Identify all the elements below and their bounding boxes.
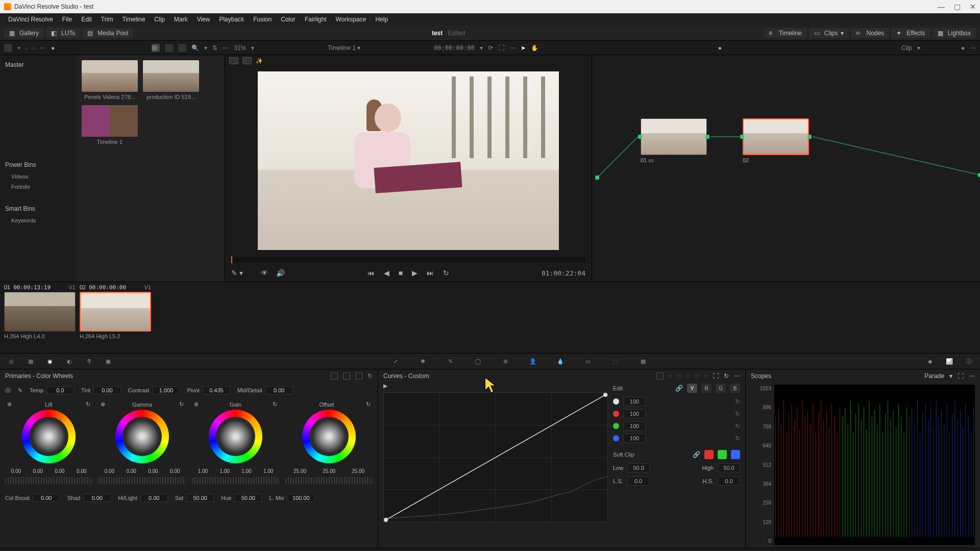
log-mode-icon[interactable] xyxy=(355,372,362,380)
gain-b[interactable]: 1.00 xyxy=(263,468,273,474)
last-frame-icon[interactable]: ⏭ xyxy=(427,269,434,277)
lift-b[interactable]: 0.00 xyxy=(77,468,86,474)
chevron-down-icon[interactable]: ▾ xyxy=(204,44,207,52)
menu-help[interactable]: Help xyxy=(371,15,392,24)
lift-master[interactable] xyxy=(5,477,92,484)
menu-edit[interactable]: Edit xyxy=(77,15,96,24)
loop-icon[interactable]: ↻ xyxy=(443,269,449,277)
shad-value[interactable]: 0.00 xyxy=(83,494,111,502)
plus-icon[interactable]: ⊕ xyxy=(7,401,12,408)
menu-clip[interactable]: Clip xyxy=(150,15,169,24)
nodes-panel[interactable]: 01 ▭ 02 xyxy=(592,55,980,282)
primaries-icon[interactable]: ◉ xyxy=(43,355,57,367)
sort-icon[interactable]: ⇅ xyxy=(212,44,217,52)
play-icon[interactable]: ▶ xyxy=(412,269,418,277)
curves-hs-icon[interactable]: ○ xyxy=(677,372,681,380)
softclip-b-button[interactable] xyxy=(731,450,740,459)
reset-icon[interactable]: ↻ xyxy=(735,435,740,442)
media-clip[interactable]: production ID 519... xyxy=(143,60,199,100)
nav-next-icon[interactable]: › xyxy=(33,44,35,52)
timecode-display[interactable]: 00:00:00:00 xyxy=(434,44,474,52)
zoom-level[interactable]: 31% xyxy=(234,44,246,52)
plus-icon[interactable]: ⊕ xyxy=(194,401,199,408)
channel-r-button[interactable]: R xyxy=(701,384,712,393)
gain-r[interactable]: 1.00 xyxy=(219,468,229,474)
search-icon[interactable]: 🔍 xyxy=(191,44,199,52)
lmix-value[interactable]: 100.00 xyxy=(287,494,315,502)
curves-icon[interactable]: ⟋ xyxy=(388,355,402,367)
rgb-mixer-icon[interactable]: ⚗ xyxy=(82,355,96,367)
offset-g[interactable]: 25.00 xyxy=(323,468,335,474)
dot-icon[interactable]: ● xyxy=(718,44,722,52)
info-icon[interactable]: ⓘ xyxy=(962,355,976,367)
hilight-value[interactable]: 0.00 xyxy=(140,494,168,502)
timeline-name[interactable]: Timeline 1 xyxy=(328,44,356,52)
media-timeline[interactable]: Timeline 1 xyxy=(82,105,138,145)
bars-mode-icon[interactable] xyxy=(343,372,350,380)
reset-icon[interactable]: ↻ xyxy=(735,410,740,417)
menu-workspace[interactable]: Workspace xyxy=(332,15,371,24)
more-icon[interactable]: ⋯ xyxy=(223,44,229,52)
tracker-icon[interactable]: ⊕ xyxy=(498,355,512,367)
list-view-icon[interactable] xyxy=(178,44,186,52)
first-frame-icon[interactable]: ⏮ xyxy=(368,269,375,277)
channel-b-button[interactable]: B xyxy=(730,384,740,393)
blur-icon[interactable]: 💧 xyxy=(553,355,568,367)
viewer-scrubber[interactable] xyxy=(231,257,585,262)
hue-value[interactable]: 50.00 xyxy=(234,494,262,502)
split-screen-icon[interactable] xyxy=(242,57,252,64)
more-icon[interactable]: ⋯ xyxy=(40,44,46,52)
more-icon[interactable]: ⋯ xyxy=(509,44,516,52)
offset-master[interactable] xyxy=(285,477,373,484)
mediapool-button[interactable]: ▤ Media Pool xyxy=(82,28,133,38)
menu-file[interactable]: File xyxy=(58,15,76,24)
menu-timeline[interactable]: Timeline xyxy=(118,15,149,24)
color-checker-icon[interactable]: ▦ xyxy=(23,355,38,367)
minimize-icon[interactable]: — xyxy=(938,3,945,11)
menu-fairlight[interactable]: Fairlight xyxy=(301,15,331,24)
offset-r[interactable]: 25.00 xyxy=(293,468,306,474)
lift-g[interactable]: 0.00 xyxy=(55,468,64,474)
more-icon[interactable]: ⋯ xyxy=(969,372,975,380)
keyframes-icon[interactable]: ◆ xyxy=(923,355,937,367)
plus-icon[interactable]: ⊕ xyxy=(101,401,105,408)
expand-icon[interactable]: ⛶ xyxy=(713,372,719,380)
middetail-value[interactable]: 0.00 xyxy=(265,386,293,394)
bin-view-icon[interactable] xyxy=(4,44,12,52)
lift-r[interactable]: 0.00 xyxy=(33,468,42,474)
timeline-button[interactable]: ≡ Timeline xyxy=(764,28,807,38)
node-input-port[interactable] xyxy=(740,135,744,139)
expand-icon[interactable]: ⛶ xyxy=(958,372,964,380)
sc-ls-value[interactable]: 0.0 xyxy=(627,477,650,486)
reset-icon[interactable]: ↻ xyxy=(366,401,371,408)
menu-mark[interactable]: Mark xyxy=(170,15,192,24)
node-output-port[interactable] xyxy=(705,135,709,139)
tint-value[interactable]: 0.00 xyxy=(93,386,121,394)
menu-fusion[interactable]: Fusion xyxy=(249,15,276,24)
picker-icon[interactable]: ✎ ▾ xyxy=(231,269,243,277)
qualifier-icon[interactable]: ✎ xyxy=(443,355,457,367)
grid-view-icon[interactable] xyxy=(165,44,173,52)
curves-lvs-icon[interactable]: ○ xyxy=(695,372,699,380)
luts-button[interactable]: ◧ LUTs xyxy=(46,28,80,38)
scopes-button-icon[interactable]: 📊 xyxy=(942,355,957,367)
link-icon[interactable]: 🔗 xyxy=(693,451,700,458)
gain-g[interactable]: 1.00 xyxy=(241,468,251,474)
record-icon[interactable]: ● xyxy=(51,44,55,52)
more-icon[interactable]: ⋯ xyxy=(734,372,740,380)
node-02[interactable]: 02 xyxy=(743,118,809,163)
curves-graph[interactable] xyxy=(383,392,608,522)
pivot-value[interactable]: 0.435 xyxy=(203,386,230,394)
more-icon[interactable]: ⋯ xyxy=(970,44,976,52)
sc-high-value[interactable]: 50.0 xyxy=(718,463,740,472)
curves-svl-icon[interactable]: ○ xyxy=(704,372,707,380)
gamma-wheel[interactable] xyxy=(115,410,169,463)
hdr-icon[interactable]: ◐ xyxy=(62,355,77,367)
reset-icon[interactable]: ↻ xyxy=(368,372,373,380)
pick-white-icon[interactable]: ✎ xyxy=(18,387,22,394)
gain-master[interactable] xyxy=(192,477,279,484)
reset-icon[interactable]: ↻ xyxy=(179,401,184,408)
sidebar-powerbins[interactable]: Power Bins xyxy=(5,158,71,171)
input-port[interactable] xyxy=(595,176,599,180)
auto-balance-icon[interactable]: Ⓐ xyxy=(5,387,11,394)
